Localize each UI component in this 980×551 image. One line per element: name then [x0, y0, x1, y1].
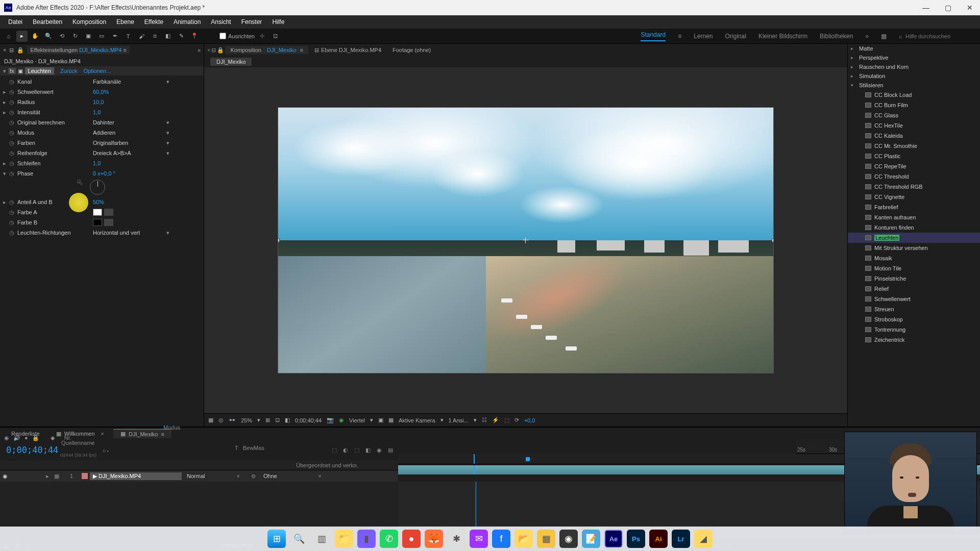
fx-item-cc-kaleida[interactable]: CC Kaleida — [848, 131, 980, 141]
layer-name[interactable]: ▶ DJI_Mexiko.MP4 — [90, 472, 182, 480]
layer-pickwhip-icon[interactable]: ⊚ — [243, 473, 263, 480]
fx-item-cc-plastic[interactable]: CC Plastic — [848, 151, 980, 161]
start-button[interactable]: ⊞ — [267, 530, 286, 548]
3d-icon[interactable]: ⬚ — [504, 417, 509, 423]
value-anteil[interactable]: 50% — [93, 199, 104, 205]
fx-item-stroboskop[interactable]: Stroboskop — [848, 314, 980, 324]
fx-item-streuen[interactable]: Streuen — [848, 304, 980, 314]
snap-options-icon[interactable]: ⊡ — [270, 31, 281, 42]
layer-twirl-icon[interactable]: ▸ — [46, 473, 54, 480]
draft-icon[interactable]: ☷ — [482, 417, 487, 423]
effect-header[interactable]: ▾ fx ▣ Leuchten Zurück Optionen... — [0, 66, 204, 76]
type-tool[interactable]: T — [122, 31, 134, 42]
preview-icon[interactable]: ⟳ — [514, 417, 519, 423]
fx-item-schwellenwert[interactable]: Schwellenwert — [848, 294, 980, 304]
taskbar-app-icon[interactable]: ▦ — [537, 530, 555, 548]
fx-cat-rauschen[interactable]: Rauschen und Korn — [848, 62, 980, 71]
shy-icon[interactable]: ⬚ — [332, 447, 337, 454]
twirl-icon[interactable]: ▸ — [3, 109, 9, 116]
fx-item-cc-threshold-rgb[interactable]: CC Threshold RGB — [848, 182, 980, 192]
panel-pin-icon[interactable]: × — [207, 47, 210, 53]
menu-effekte[interactable]: Effekte — [140, 17, 167, 27]
zoom-value[interactable]: 25% — [241, 417, 252, 423]
workspace-original[interactable]: Original — [725, 33, 746, 40]
graph-editor-icon[interactable]: ▤ — [388, 447, 393, 454]
dropdown-kanal[interactable]: Farbkanäle — [93, 79, 169, 85]
taskbar-obs-icon[interactable]: ◉ — [559, 530, 578, 548]
twirl-icon[interactable]: ▸ — [3, 199, 9, 206]
taskbar-app-icon[interactable]: ● — [402, 530, 421, 548]
stopwatch-icon[interactable]: ◷ — [9, 109, 16, 116]
chevron-down-icon[interactable]: ▾ — [474, 417, 477, 423]
stopwatch-icon[interactable]: ◷ — [9, 89, 16, 95]
taskbar-lightroom-icon[interactable]: Lr — [672, 530, 690, 548]
chevron-down-icon[interactable]: ▾ — [370, 417, 373, 423]
twirl-icon[interactable]: ▸ — [3, 99, 9, 106]
stopwatch-icon[interactable]: ◷ — [9, 140, 16, 146]
effect-name[interactable]: Leuchten — [25, 67, 54, 74]
taskbar-notes-icon[interactable]: 📝 — [582, 530, 600, 548]
menu-bearbeiten[interactable]: Bearbeiten — [29, 17, 66, 27]
taskbar-app-icon[interactable]: ▮ — [357, 530, 376, 548]
fx-item-mit-struktur-versehen[interactable]: Mit Struktur versehen — [848, 243, 980, 253]
effect-options[interactable]: Optionen... — [83, 68, 111, 74]
camera-tool[interactable]: ▣ — [83, 31, 94, 42]
menu-ansicht[interactable]: Ansicht — [207, 17, 235, 27]
menu-hilfe[interactable]: Hilfe — [268, 17, 288, 27]
workspace-lernen[interactable]: Lernen — [694, 33, 713, 40]
transform-handle[interactable] — [772, 239, 773, 242]
taskbar-search-icon[interactable]: 🔍 — [290, 530, 308, 548]
workspace-grid-icon[interactable]: ▦ — [881, 33, 887, 40]
phase-dial[interactable] — [90, 180, 105, 195]
quality-dropdown[interactable]: Viertel — [349, 417, 365, 423]
stopwatch-icon[interactable]: ◷ — [9, 199, 16, 206]
fx-item-cc-glass[interactable]: CC Glass — [848, 110, 980, 120]
snap-icon[interactable]: ⊹ — [257, 31, 268, 42]
fx-item-pinselstriche[interactable]: Pinselstriche — [848, 273, 980, 284]
color-swatch-a[interactable] — [93, 209, 102, 216]
panel-lock-icon[interactable]: 🔒 — [17, 47, 24, 54]
hand-tool[interactable]: ✋ — [30, 31, 41, 42]
snapshot-icon[interactable]: 📷 — [327, 417, 334, 423]
layer-mode-dropdown[interactable]: Normal — [182, 473, 243, 480]
preview-image[interactable] — [278, 108, 773, 373]
value-schleifen[interactable]: 1,0 — [93, 160, 101, 166]
help-search[interactable]: ⌕ — [899, 33, 977, 39]
fx-item-motion-tile[interactable]: Motion Tile — [848, 263, 980, 273]
workspace-overflow-icon[interactable]: » — [865, 33, 869, 40]
maximize-button[interactable]: ▢ — [942, 4, 954, 12]
workspace-standard[interactable]: Standard — [641, 31, 666, 41]
fx-item-konturen-finden[interactable]: Konturen finden — [848, 222, 980, 233]
menu-fenster[interactable]: Fenster — [237, 17, 266, 27]
stopwatch-icon[interactable]: ◷ — [9, 79, 16, 85]
fx-cat-simulation[interactable]: Simulation — [848, 71, 980, 81]
value-phase[interactable]: 0 x+0,0 ° — [93, 170, 115, 177]
minimize-button[interactable]: ― — [919, 4, 933, 12]
brush-tool[interactable]: 🖌 — [136, 31, 147, 42]
composition-viewer[interactable] — [204, 67, 847, 413]
region-icon[interactable]: ▣ — [378, 417, 383, 423]
help-search-input[interactable] — [905, 33, 977, 39]
effect-reset[interactable]: Zurück — [60, 68, 78, 74]
stopwatch-icon[interactable]: ◷ — [9, 119, 16, 126]
dropdown-richtungen[interactable]: Horizontal und vert — [93, 230, 169, 236]
color-swatch-b[interactable] — [93, 219, 102, 226]
subtab-comp[interactable]: DJI_Mexiko — [210, 58, 252, 66]
timecode-display[interactable]: 0;00;40;44 — [295, 417, 322, 423]
dropdown-farben[interactable]: Originalfarben — [93, 140, 169, 146]
stopwatch-icon[interactable]: ◷ — [9, 130, 16, 136]
stopwatch-icon[interactable]: ◷ — [9, 209, 16, 216]
fx-cat-stilisieren[interactable]: Stilisieren — [848, 81, 980, 90]
zoom-tool[interactable]: 🔍 — [43, 31, 54, 42]
channel-icon[interactable]: ◧ — [285, 417, 290, 423]
rect-tool[interactable]: ▭ — [96, 31, 107, 42]
stopwatch-icon[interactable]: ◷ — [9, 219, 16, 226]
grid-icon[interactable]: ⊡ — [275, 417, 280, 423]
taskbar-facebook-icon[interactable]: f — [492, 530, 510, 548]
camera-dropdown[interactable]: Aktive Kamera — [399, 417, 435, 423]
taskbar-aftereffects-icon[interactable]: Ae — [604, 530, 623, 548]
panel-link-icon[interactable]: ⊟ — [9, 47, 14, 54]
layer-color-label[interactable] — [82, 473, 88, 479]
transform-handle[interactable] — [278, 239, 280, 242]
taskbar-app-icon[interactable]: ✱ — [447, 530, 465, 548]
